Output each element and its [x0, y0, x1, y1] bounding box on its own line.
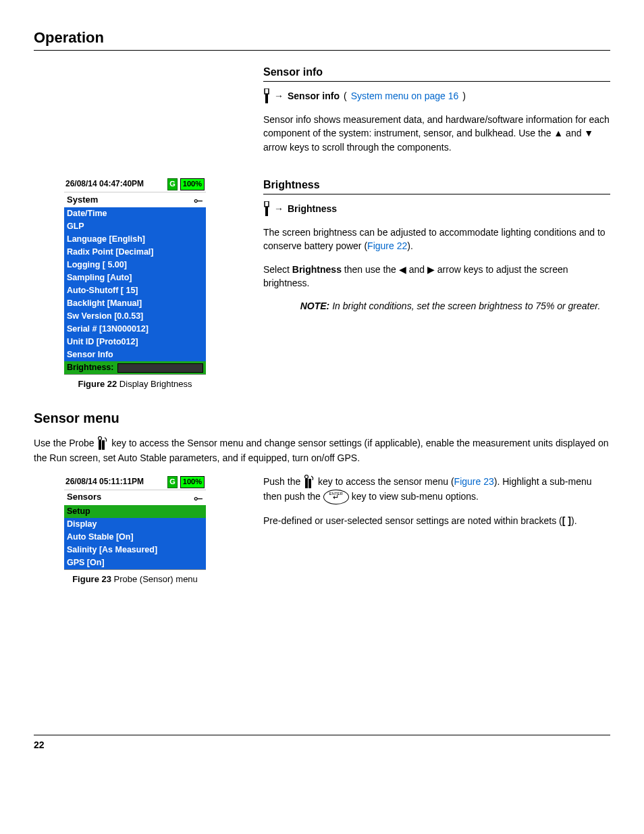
system-menu-icon [263, 201, 270, 216]
svg-rect-0 [265, 88, 269, 94]
sensor-info-title: Sensor info [263, 64, 610, 82]
usb-icon: ⟜ [194, 193, 203, 207]
sensor-menu-push: Push the key to access the sensor menu (… [263, 475, 610, 505]
list-item: GLP [64, 220, 206, 233]
figure-23-caption-rest: Probe (Sensor) menu [111, 574, 198, 584]
nav-arrow: → [274, 202, 284, 215]
list-item: Language [English] [64, 233, 206, 246]
note-text: In bright conditions, set the screen bri… [329, 301, 600, 311]
list-item: Radix Point [Decimal] [64, 246, 206, 259]
svg-rect-5 [102, 440, 105, 450]
battery-icon: 100% [180, 178, 205, 190]
nav-paren-open: ( [344, 89, 347, 103]
list-item: Logging [ 5.00] [64, 259, 206, 271]
list-item: Backlight [Manual] [64, 297, 206, 310]
fig22-menu-title-row: System ⟜ [64, 192, 206, 207]
list-item: Date/Time [64, 207, 206, 220]
brightness-row: 26/08/14 04:47:40PM G 100% System ⟜ Date… [34, 177, 610, 391]
nav-arrow: → [274, 89, 284, 103]
svg-rect-8 [308, 479, 311, 488]
arrow-right-icon: ▶ [427, 264, 435, 275]
svg-rect-4 [99, 440, 101, 450]
sensor-info-body-c: arrow keys to scroll through the compone… [263, 142, 452, 153]
svg-point-6 [99, 437, 102, 440]
svg-rect-3 [265, 207, 268, 216]
sensor-menu-p2-b: ). [571, 515, 577, 526]
list-item: Sampling [Auto] [64, 271, 206, 284]
brightness-p1: The screen brightness can be adjusted to… [263, 226, 610, 253]
system-menu-icon [263, 88, 270, 103]
figure-22-col: 26/08/14 04:47:40PM G 100% System ⟜ Date… [34, 177, 236, 391]
list-item: Serial # [13N000012] [64, 323, 206, 336]
gps-icon: G [167, 476, 178, 488]
sensor-menu-push-a: Push the [263, 476, 303, 487]
page-number: 22 [34, 739, 45, 750]
usb-icon: ⟜ [194, 491, 203, 504]
sensor-menu-row: 26/08/14 05:11:11PM G 100% Sensors ⟜ Set… [34, 475, 610, 586]
fig22-statusbar: 26/08/14 04:47:40PM G 100% [64, 177, 206, 192]
brightness-p1-b: ). [407, 240, 413, 251]
sensor-info-navline: → Sensor info (System menu on page 16) [263, 88, 610, 103]
arrow-down-icon: ▼ [584, 128, 593, 138]
sensor-menu-p2-a: Pre-defined or user-selected sensor sett… [263, 515, 562, 526]
svg-rect-7 [305, 479, 308, 488]
list-item: Auto Stable [On] [64, 531, 206, 544]
list-item: Salinity [As Measured] [64, 544, 206, 556]
brightness-label: Brightness: [67, 362, 113, 373]
arrow-left-icon: ◀ [399, 264, 406, 275]
note-label: NOTE: [300, 301, 330, 311]
list-item: Sensor Info [64, 348, 206, 361]
sensor-menu-p2: Pre-defined or user-selected sensor sett… [263, 514, 610, 527]
svg-rect-1 [265, 94, 268, 103]
list-item: GPS [On] [64, 556, 206, 569]
figure-22-screen: 26/08/14 04:47:40PM G 100% System ⟜ Date… [64, 177, 206, 374]
brightness-p2-c: and [406, 264, 427, 275]
system-menu-link[interactable]: System menu on page 16 [351, 89, 459, 103]
arrow-up-icon: ▲ [554, 128, 563, 138]
list-item: Setup [64, 505, 206, 518]
fig23-datetime: 26/08/14 05:11:11PM [65, 476, 165, 488]
brightness-navline: → Brightness [263, 201, 610, 216]
sensor-menu-push-b: key to access the sensor menu ( [315, 476, 454, 487]
sensor-menu-intro: Use the Probe key to access the Sensor m… [34, 436, 610, 465]
enter-key-icon: ENTER↵ [323, 490, 349, 504]
brightness-p2-a: Select [263, 264, 292, 275]
brightness-slider [117, 363, 203, 373]
sensor-menu-text-col: Push the key to access the sensor menu (… [263, 475, 610, 538]
sensor-info-right: Sensor info → Sensor info (System menu o… [263, 64, 610, 163]
figure-22-link[interactable]: Figure 22 [367, 240, 407, 251]
sensor-info-body: Sensor info shows measurement data, and … [263, 113, 610, 154]
nav-bold-brightness: Brightness [288, 202, 337, 215]
figure-22-caption-rest: Display Brightness [117, 379, 192, 389]
page-header: Operation [34, 27, 610, 51]
fig23-menu-title: Sensors [67, 491, 101, 504]
brightness-text-col: Brightness → Brightness The screen brigh… [263, 177, 610, 313]
nav-bold-sensor-info: Sensor info [288, 89, 340, 103]
list-item: Unit ID [Proto012] [64, 336, 206, 348]
brightness-p2-b: then use the [342, 264, 399, 275]
fig23-menu-list: Setup Display Auto Stable [On] Salinity … [64, 505, 206, 569]
list-item: Auto-Shutoff [ 15] [64, 284, 206, 297]
fig22-datetime: 26/08/14 04:47:40PM [65, 178, 165, 190]
brightness-p2: Select Brightness then use the ◀ and ▶ a… [263, 263, 610, 290]
probe-key-icon [97, 436, 109, 451]
fig23-menu-title-row: Sensors ⟜ [64, 490, 206, 505]
svg-point-9 [305, 475, 308, 479]
brightness-row-item: Brightness: [64, 361, 206, 374]
figure-23-caption: Figure 23 Probe (Sensor) menu [34, 573, 236, 586]
brightness-title: Brightness [263, 177, 610, 194]
sensor-menu-heading: Sensor menu [34, 409, 610, 428]
list-item: Sw Version [0.0.53] [64, 310, 206, 323]
brightness-p2-bold: Brightness [292, 264, 342, 275]
sensor-menu-p2-bold: [ ] [562, 515, 571, 526]
probe-key-icon [303, 475, 315, 490]
brightness-note: NOTE: In bright conditions, set the scre… [290, 299, 610, 313]
figure-23-link[interactable]: Figure 23 [454, 476, 494, 487]
sensor-info-body-b: and [566, 128, 584, 138]
sensor-menu-intro-a: Use the Probe [34, 438, 97, 448]
fig22-menu-list: Date/Time GLP Language [English] Radix P… [64, 207, 206, 374]
page-footer: 22 [34, 735, 610, 752]
sensor-info-row: Sensor info → Sensor info (System menu o… [34, 64, 610, 163]
list-item: Display [64, 518, 206, 531]
figure-23-screen: 26/08/14 05:11:11PM G 100% Sensors ⟜ Set… [64, 475, 206, 569]
